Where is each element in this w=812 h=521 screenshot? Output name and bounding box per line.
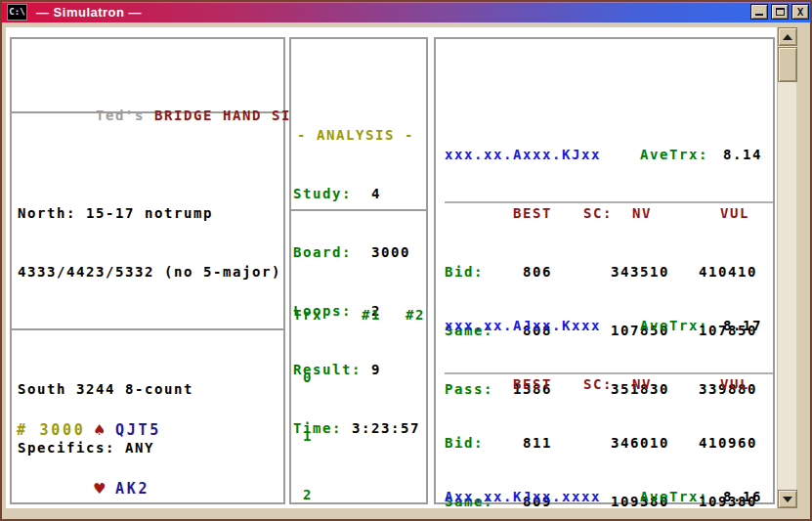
analysis-summary: - ANALYSIS - Study:4 Board:3000 Loops:2 … bbox=[291, 78, 426, 211]
board-value: 3000 bbox=[371, 244, 410, 260]
analysis-header: - ANALYSIS - bbox=[297, 125, 426, 145]
titlebar[interactable]: C:\ — Simulatron — X bbox=[2, 2, 810, 22]
trx-row: 1 bbox=[293, 426, 426, 446]
avetrx-value: 8.14 bbox=[723, 145, 762, 164]
avetrx-value: 8.17 bbox=[723, 316, 762, 335]
client-area: Ted's BRIDGE HAND SIMULATOR North: 15-17… bbox=[6, 27, 777, 508]
results-panel: xxx.xx.Axxx.KJxxAveTrx:8.14 BESTSC:NVVUL… bbox=[434, 37, 775, 504]
arrow-up-icon bbox=[783, 34, 792, 40]
trx-row: 0 bbox=[293, 368, 426, 387]
run1-header: #1 bbox=[322, 305, 381, 325]
scrollbar-thumb[interactable] bbox=[778, 47, 797, 82]
analysis-panel: - ANALYSIS - Study:4 Board:3000 Loops:2 … bbox=[289, 37, 428, 504]
app-title: Ted's BRIDGE HAND SIMULATOR bbox=[12, 78, 283, 113]
study-description: North: 15-17 notrump 4333/4423/5332 (no … bbox=[12, 152, 283, 330]
hand-pattern: Axx.xx.KJxx.xxxx bbox=[445, 489, 601, 504]
hand-pattern: xxx.xx.Axxx.KJxx bbox=[445, 147, 601, 162]
maximize-icon bbox=[776, 8, 785, 16]
run2-header: #2 bbox=[381, 305, 425, 325]
study-value: 4 bbox=[371, 186, 381, 201]
board-number: # 3000 bbox=[17, 420, 85, 440]
north-hearts: AK2 bbox=[115, 480, 150, 498]
study-label: Study: bbox=[293, 184, 371, 203]
close-icon: X bbox=[797, 6, 804, 19]
vertical-scrollbar[interactable] bbox=[777, 27, 796, 508]
description-line: North: 15-17 notrump bbox=[18, 203, 283, 223]
trx-header: Trx bbox=[293, 305, 322, 325]
minimize-icon bbox=[755, 14, 763, 16]
trick-table: Trx#1#2 0 1 2 3 455 53030 6124124 757157… bbox=[291, 250, 426, 521]
dos-icon-text: C:\ bbox=[9, 8, 24, 17]
result-block: xxx.xx.AJxx.KxxxAveTrx:8.17 BESTSC:NVVUL… bbox=[445, 277, 773, 374]
dos-console-icon[interactable]: C:\ bbox=[7, 4, 27, 21]
spade-icon: ♠ bbox=[93, 420, 106, 440]
scroll-up-button[interactable] bbox=[778, 27, 797, 46]
bid-row: Bid:806343510410410 bbox=[445, 262, 773, 282]
bid-row: Bid:811346010410960 bbox=[445, 433, 773, 453]
avetrx-label: AveTrx: bbox=[640, 487, 708, 506]
trx-row: 2 bbox=[293, 485, 426, 504]
maximize-button[interactable] bbox=[771, 4, 789, 20]
avetrx-value: 8.16 bbox=[723, 487, 762, 506]
arrow-down-icon bbox=[783, 497, 792, 502]
description-line bbox=[18, 321, 283, 340]
board-label: Board: bbox=[293, 242, 371, 262]
scroll-down-button[interactable] bbox=[778, 490, 797, 508]
hand-pattern: xxx.xx.AJxx.Kxxx bbox=[445, 318, 601, 333]
heart-icon: ♥ bbox=[93, 479, 106, 499]
window-title: — Simulatron — bbox=[36, 5, 142, 20]
info-panel: Ted's BRIDGE HAND SIMULATOR North: 15-17… bbox=[10, 37, 285, 504]
minimize-button[interactable] bbox=[750, 4, 768, 20]
result-block: xxx.xx.Axxx.KJxxAveTrx:8.14 BESTSC:NVVUL… bbox=[445, 106, 773, 203]
window-controls: X bbox=[750, 4, 809, 20]
north-spades: QJT5 bbox=[115, 421, 161, 439]
avetrx-label: AveTrx: bbox=[640, 316, 708, 335]
description-line: 4333/4423/5332 (no 5-major) bbox=[18, 262, 283, 282]
simulatron-window: C:\ — Simulatron — X Ted's BRIDGE HAND S… bbox=[0, 0, 812, 521]
close-button[interactable]: X bbox=[791, 4, 809, 20]
app-title-prefix: Ted's bbox=[96, 108, 154, 123]
avetrx-label: AveTrx: bbox=[640, 145, 708, 164]
